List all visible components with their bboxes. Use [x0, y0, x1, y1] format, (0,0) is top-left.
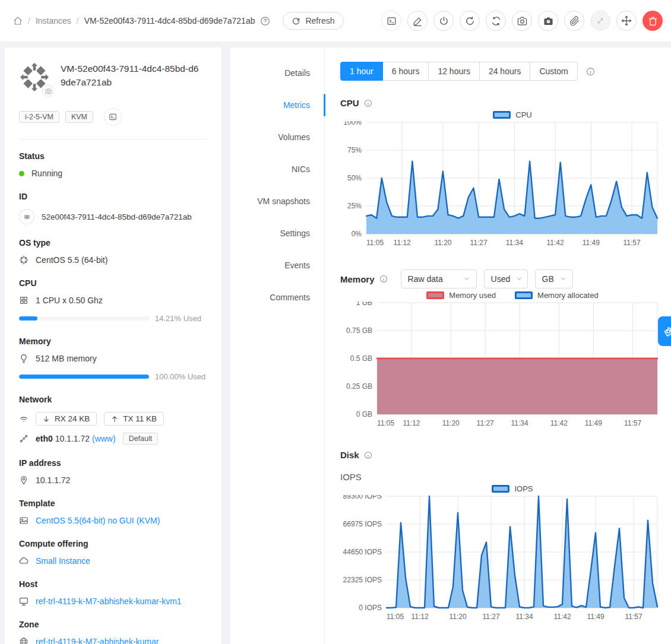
wifi-icon	[19, 414, 29, 424]
zone-link[interactable]: ref-trl-4119-k-M7-abhishek-kumar	[36, 637, 159, 644]
tab-details[interactable]: Details	[230, 57, 324, 89]
change-icon-camera-badge[interactable]	[42, 85, 54, 97]
tab-events[interactable]: Events	[230, 249, 324, 281]
question-circle-icon[interactable]	[260, 16, 270, 26]
tab-metrics[interactable]: Metrics	[230, 89, 324, 121]
host-link[interactable]: ref-trl-4119-k-M7-abhishek-kumar-kvm1	[36, 597, 182, 606]
memory-select-used[interactable]: Used	[484, 269, 528, 288]
time-range-1-hour[interactable]: 1 hour	[340, 62, 383, 81]
nic-api-icon	[19, 434, 29, 443]
reinstall-sync-icon	[491, 16, 501, 26]
reboot-button[interactable]	[460, 11, 480, 31]
rx-tag: RX 24 KB	[36, 412, 97, 426]
edit-pencil-icon	[413, 16, 423, 26]
time-range-info-icon[interactable]	[586, 67, 595, 76]
svg-text:11:49: 11:49	[583, 239, 600, 247]
svg-text:11:34: 11:34	[511, 419, 528, 427]
vm-header: VM-52e00f43-7911-4dc4-85bd-d69de7a721ab	[19, 62, 207, 93]
breadcrumb-instances[interactable]: Instances	[36, 16, 71, 26]
tab-nics[interactable]: NICs	[230, 153, 324, 185]
svg-text:0 IOPS: 0 IOPS	[359, 604, 382, 612]
refresh-icon	[292, 17, 300, 26]
divider	[19, 139, 207, 139]
network-section: Network RX 24 KB TX 11 KB eth0 10.1.1.72…	[19, 395, 207, 445]
svg-text:0.75 GB: 0.75 GB	[346, 326, 372, 335]
take-snapshot-button[interactable]	[512, 11, 532, 31]
breadcrumb: / Instances / VM-52e00f43-7911-4dc4-85bd…	[13, 12, 344, 30]
memory-select-gb[interactable]: GB	[535, 269, 573, 288]
time-range-custom[interactable]: Custom	[530, 62, 577, 81]
migrate-button[interactable]	[616, 11, 637, 31]
disk-info-icon[interactable]	[364, 451, 372, 459]
legend-item[interactable]: IOPS	[492, 484, 533, 493]
svg-text:11:34: 11:34	[515, 613, 533, 621]
legend-item[interactable]: CPU	[493, 110, 531, 119]
console-tag-button[interactable]	[104, 108, 122, 126]
tab-list: DetailsMetricsVolumesNICsVM snapshotsSet…	[230, 47, 325, 644]
os-logo	[19, 62, 50, 93]
id-section: ID 52e00f43-7911-4dc4-85bd-d69de7a721ab	[19, 192, 207, 224]
svg-text:11:27: 11:27	[470, 239, 488, 247]
reinstall-button[interactable]	[486, 11, 506, 31]
memory-chart-heading: Memory Raw dataUsedGB	[340, 269, 669, 288]
os-type-label: OS type	[19, 238, 207, 248]
legend-label: IOPS	[514, 484, 533, 493]
svg-text:11:42: 11:42	[550, 419, 568, 427]
memory-used-label: 100.00% Used	[155, 372, 207, 381]
legend-label: Memory used	[449, 291, 496, 300]
svg-text:11:42: 11:42	[553, 613, 571, 621]
migrate-move-icon	[621, 15, 632, 26]
centos-os-icon	[19, 255, 29, 265]
memory-info-icon[interactable]	[379, 275, 388, 283]
tab-settings[interactable]: Settings	[230, 217, 324, 249]
nic-network-link[interactable]: (www)	[92, 434, 116, 443]
time-range-12-hours[interactable]: 12 hours	[429, 62, 479, 81]
vm-tag: KVM	[65, 111, 93, 123]
tab-comments[interactable]: Comments	[230, 281, 324, 313]
vm-detail-card: DetailsMetricsVolumesNICsVM snapshotsSet…	[230, 47, 671, 644]
status-label: Status	[19, 151, 207, 161]
console-button[interactable]	[381, 11, 401, 31]
vm-snapshot-button[interactable]	[538, 11, 558, 31]
settings-gear-button[interactable]	[658, 316, 671, 346]
memory-select-group: Raw dataUsedGB	[401, 269, 573, 288]
chart-legend: CPU	[364, 108, 661, 121]
attach-iso-button[interactable]	[564, 11, 584, 31]
cpu-value: 1 CPU x 0.50 Ghz	[36, 296, 103, 305]
tab-vm-snapshots[interactable]: VM snapshots	[230, 185, 324, 217]
vm-tag: i-2-5-VM	[19, 111, 59, 123]
legend-item[interactable]: Memory used	[426, 291, 496, 300]
memory-chart: Memory usedMemory allocated0 GB0.25 GB0.…	[340, 288, 669, 432]
tab-volumes[interactable]: Volumes	[230, 121, 324, 153]
cpu-grid-icon	[19, 296, 29, 305]
time-range-24-hours[interactable]: 24 hours	[480, 62, 530, 81]
vm-summary-card: VM-52e00f43-7911-4dc4-85bd-d69de7a721ab …	[5, 47, 221, 644]
location-pin-icon	[19, 475, 29, 485]
os-type-value: CentOS 5.5 (64-bit)	[36, 255, 107, 265]
edit-button[interactable]	[407, 11, 428, 31]
offering-link[interactable]: Small Instance	[36, 556, 90, 566]
refresh-button[interactable]: Refresh	[283, 12, 343, 30]
legend-item[interactable]: Memory allocated	[515, 291, 599, 300]
breadcrumb-separator: /	[77, 16, 79, 26]
chevron-down-icon	[560, 274, 566, 284]
home-icon[interactable]	[13, 16, 23, 26]
iops-chart: IOPS0 IOPS22325 IOPS44650 IOPS66975 IOPS…	[340, 482, 669, 626]
svg-text:11:57: 11:57	[623, 239, 640, 247]
cpu-chart-title: CPU	[340, 98, 359, 108]
svg-text:11:12: 11:12	[394, 239, 411, 247]
cpu-info-icon[interactable]	[364, 99, 372, 107]
barcode-icon	[19, 209, 34, 224]
svg-text:0%: 0%	[352, 230, 362, 238]
memory-select-raw-data[interactable]: Raw data	[401, 269, 477, 288]
destroy-vm-button[interactable]	[642, 11, 663, 31]
metrics-panel: 1 hour6 hours12 hours24 hoursCustom CPU …	[325, 47, 669, 626]
stop-button[interactable]	[433, 11, 454, 31]
template-label: Template	[19, 499, 207, 508]
template-link[interactable]: CentOS 5.5(64-bit) no GUI (KVM)	[36, 516, 160, 525]
time-range-row: 1 hour6 hours12 hours24 hoursCustom	[340, 62, 669, 81]
scale-vm-button	[590, 11, 610, 31]
host-section: Host ref-trl-4119-k-M7-abhishek-kumar-kv…	[19, 579, 207, 606]
time-range-6-hours[interactable]: 6 hours	[383, 62, 429, 81]
svg-text:100%: 100%	[343, 121, 362, 126]
